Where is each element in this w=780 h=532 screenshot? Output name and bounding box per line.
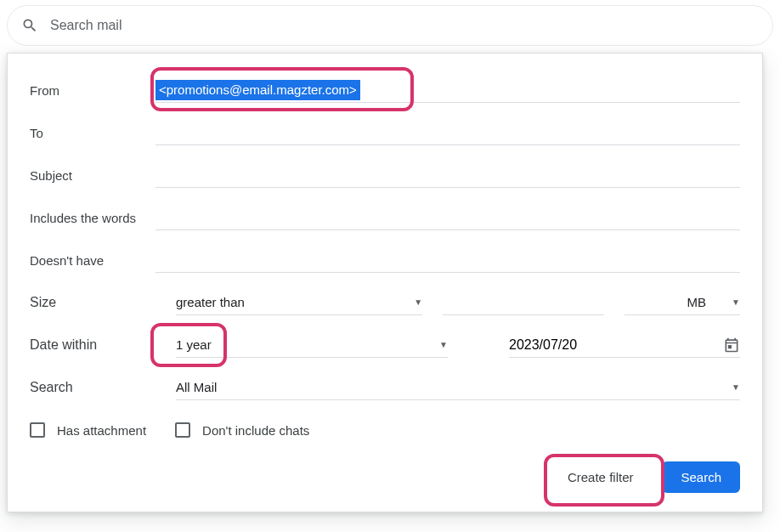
date-field[interactable]: 2023/07/20 bbox=[509, 332, 740, 358]
search-placeholder: Search mail bbox=[50, 18, 122, 33]
dont-include-chats-label: Don't include chats bbox=[202, 423, 309, 438]
size-label: Size bbox=[30, 295, 155, 310]
checkbox-icon bbox=[175, 422, 190, 438]
search-button[interactable]: Search bbox=[662, 461, 740, 493]
has-attachment-checkbox[interactable]: Has attachment bbox=[30, 422, 146, 438]
calendar-icon[interactable] bbox=[723, 337, 740, 354]
size-unit-value: MB bbox=[687, 295, 707, 309]
from-field[interactable]: <promotions@email.magzter.com> bbox=[155, 77, 740, 103]
includes-label: Includes the words bbox=[30, 211, 155, 225]
from-value-selected: <promotions@email.magzter.com> bbox=[155, 80, 360, 100]
search-icon bbox=[21, 17, 38, 34]
includes-field[interactable] bbox=[155, 205, 740, 230]
date-within-label: Date within bbox=[30, 337, 155, 353]
search-scope-dropdown[interactable]: All Mail ▼ bbox=[176, 375, 740, 400]
date-value: 2023/07/20 bbox=[509, 337, 577, 353]
to-label: To bbox=[30, 126, 155, 140]
search-scope-value: All Mail bbox=[176, 380, 217, 394]
subject-label: Subject bbox=[30, 168, 155, 183]
date-range-dropdown[interactable]: 1 year ▼ bbox=[176, 332, 448, 358]
chevron-down-icon: ▼ bbox=[732, 382, 740, 392]
has-attachment-label: Has attachment bbox=[57, 423, 146, 438]
size-value-field[interactable] bbox=[443, 290, 604, 315]
search-filter-panel: From <promotions@email.magzter.com> To S… bbox=[7, 53, 763, 512]
checkbox-icon bbox=[30, 422, 45, 438]
search-bar[interactable]: Search mail bbox=[7, 5, 773, 46]
size-unit-dropdown[interactable]: MB ▼ bbox=[625, 290, 740, 315]
chevron-down-icon: ▼ bbox=[439, 340, 448, 349]
chevron-down-icon: ▼ bbox=[732, 297, 740, 307]
to-field[interactable] bbox=[155, 120, 740, 145]
size-operator-value: greater than bbox=[176, 295, 245, 309]
create-filter-button[interactable]: Create filter bbox=[556, 461, 646, 493]
date-range-value: 1 year bbox=[176, 337, 212, 352]
doesnt-have-label: Doesn't have bbox=[30, 253, 155, 268]
search-scope-label: Search bbox=[30, 380, 155, 395]
from-label: From bbox=[30, 83, 155, 98]
dont-include-chats-checkbox[interactable]: Don't include chats bbox=[175, 422, 309, 438]
size-operator-dropdown[interactable]: greater than ▼ bbox=[176, 290, 422, 315]
chevron-down-icon: ▼ bbox=[414, 297, 422, 307]
subject-field[interactable] bbox=[155, 162, 740, 188]
doesnt-have-field[interactable] bbox=[155, 247, 740, 273]
